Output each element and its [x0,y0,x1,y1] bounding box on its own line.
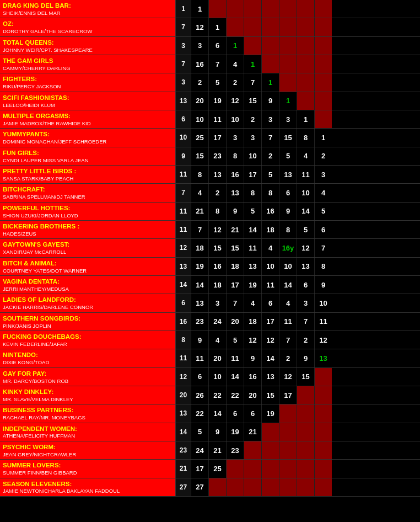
score-cell: 17 [279,386,297,404]
score-cell [314,441,332,459]
team-name: NINTENDO: [3,351,173,359]
table-row: THE GAM GIRLSCAMMY/CHERRY DARLING716741 [0,55,420,73]
team-cell: BITCHCRAFT:SABRINA SPELLMAN/DJ TANNER [0,184,175,201]
team-name: POWERFUL HOTTIES: [3,204,173,212]
score-cell: 12 [191,18,208,36]
score-cell [279,460,297,477]
team-cell: KINKY DINKLEY:MR. SLAVE/VELMA DINKLEY [0,386,175,404]
score-cell: 1 [208,18,226,36]
score-cell: 2 [261,147,279,165]
table-row: NINTENDO:DIXIE KONG/TOAD111120119142913 [0,349,420,367]
score-cell [279,55,297,73]
score-cell: 4 [191,184,208,201]
score-cell: 1 [314,129,332,146]
team-name: OZ: [3,20,173,28]
score-cell: 3 [261,110,279,128]
seed-cell: 11 [175,349,191,367]
score-cell: 4 [244,294,261,312]
score-cell: 9 [191,331,208,349]
score-cell: 10 [279,258,297,275]
table-row: POWERFUL HOTTIES:SHION UZUKI/JORDAN LLOY… [0,203,420,221]
team-cell: VAGINA DENTATA:JERRI MANTHEY/MEDUSA [0,276,175,294]
seed-cell: 12 [175,239,191,257]
score-cell: 22 [208,386,226,404]
seed-cell: 13 [175,258,191,275]
score-cell: 24 [191,441,208,459]
team-subtitle: XANDIR/JAY McCARROLL [3,249,173,255]
score-cell: 3 [297,294,314,312]
table-row: DRAG KING DEL BAR:SHEIK/ENNIS DEL MAR11 [0,0,420,18]
score-cell: 9 [244,349,261,367]
score-cell: 12 [279,368,297,386]
score-cell: 1 [191,0,208,18]
score-cell [314,478,332,496]
seed-cell: 10 [175,129,191,146]
score-cell [297,441,314,459]
score-cell: 17 [208,129,226,146]
score-cell: 8 [208,203,226,220]
team-cell: GAY FOR PAY:MR. DARCY/BOSTON ROB [0,368,175,386]
score-cell [226,460,244,477]
team-name: TOTAL QUEENS: [3,39,173,47]
score-cell: 14 [261,349,279,367]
seed-cell: 8 [175,331,191,349]
score-cell: 12 [297,239,314,257]
table-row: TOTAL QUEENS:JOHNNY WEIR/CPT. SHAKESPEAR… [0,37,420,55]
team-name: THE GAM GIRLS [3,57,173,65]
score-cell: 23 [226,441,244,459]
score-cell: 13 [226,184,244,201]
team-subtitle: SANSA STARK/BABY PEACH [3,175,173,182]
score-cell: 7 [279,331,297,349]
score-cell: 24 [208,313,226,331]
team-subtitle: JOHNNY WEIR/CPT. SHAKESPEARE [3,47,173,53]
score-cell: 20 [226,313,244,331]
score-cell: 6 [226,404,244,422]
team-cell: FUN GIRLS:CYNDI LAUPER MISS VARLA JEAN [0,147,175,165]
team-cell: BICKERING BROTHERS :HADES/ZEUS [0,221,175,238]
score-cell: 13 [191,294,208,312]
table-row: FUCKING DOUCHEBAGS:KEVIN FEDERLINE/JAFAR… [0,331,420,349]
score-cell: 14 [208,404,226,422]
score-cell: 14 [191,276,208,294]
score-cell: 16 [244,368,261,386]
score-cell: 17 [226,276,244,294]
score-cell: 16y [279,239,297,257]
team-cell: BITCH & ANIMAL:COURTNEY YATES/DOT WARNER [0,258,175,275]
table-row: SOUTHERN SONGBIRDS:PINK/JANIS JOPLIN1623… [0,313,420,331]
score-cell [279,441,297,459]
score-cell: 19 [226,423,244,441]
score-cell: 19 [261,404,279,422]
team-subtitle: JEAN GREY/NIGHTCRAWLER [3,451,173,457]
seed-cell: 7 [175,184,191,201]
team-subtitle: JERRI MANTHEY/MEDUSA [3,286,173,292]
table-row: PSYCHIC WORM:JEAN GREY/NIGHTCRAWLER23242… [0,441,420,460]
score-cell: 3 [208,294,226,312]
score-cell: 17 [244,166,261,183]
score-cell: 4 [279,294,297,312]
score-cell [297,55,314,73]
score-cell: 12 [226,92,244,110]
score-cell: 10 [314,294,332,312]
score-cell [314,423,332,441]
score-cell: 3 [244,129,261,146]
score-cell: 5 [226,331,244,349]
team-subtitle: HADES/ZEUS [3,231,173,237]
team-subtitle: ATHENA/FELICITY HUFFMAN [3,433,173,439]
score-cell: 11 [226,349,244,367]
seed-cell: 3 [175,37,191,55]
score-cell [314,73,332,91]
team-name: LADIES OF LANDFORD: [3,296,173,304]
score-cell [279,0,297,18]
score-cell [297,460,314,477]
score-cell: 9 [314,276,332,294]
team-cell: LADIES OF LANDFORD:JACKIE HARRIS/DARLENE… [0,294,175,312]
team-subtitle: SHION UZUKI/JORDAN LLOYD [3,212,173,219]
seed-cell: 6 [175,294,191,312]
team-subtitle: KEVIN FEDERLINE/JAFAR [3,341,173,347]
score-cell: 15 [261,386,279,404]
score-cell: 18 [261,221,279,238]
score-cell: 11 [244,239,261,257]
score-cell: 8 [297,129,314,146]
score-cell [244,18,261,36]
score-cell: 4 [297,147,314,165]
